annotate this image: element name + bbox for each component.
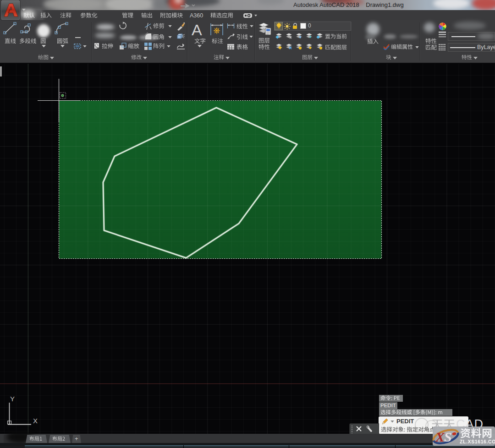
svg-text:X: X — [435, 429, 445, 444]
svg-text:Y: Y — [10, 395, 15, 403]
svg-text:X: X — [33, 417, 38, 425]
svg-text:S: S — [444, 429, 452, 444]
